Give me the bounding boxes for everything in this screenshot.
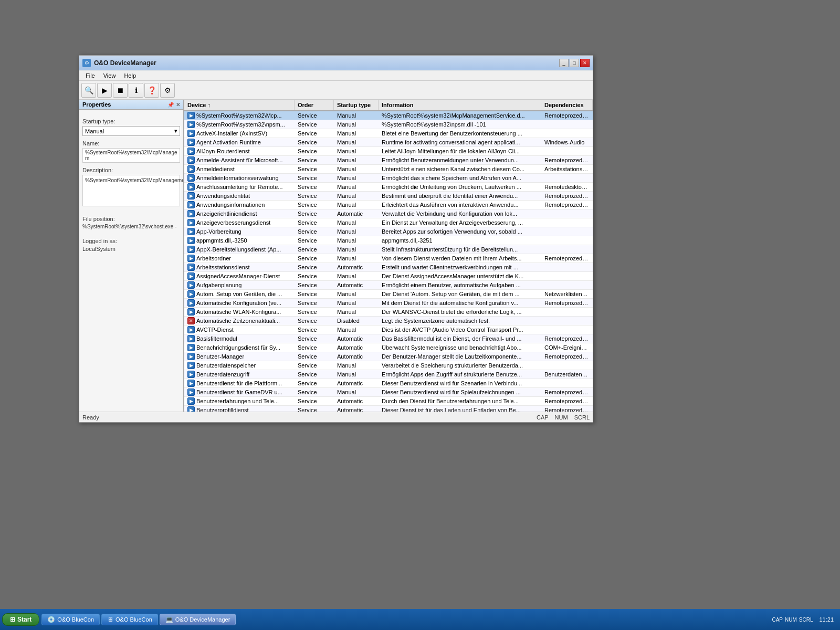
taskbar-item-2[interactable]: 💻 O&O DeviceManager	[160, 614, 236, 625]
table-row[interactable]: ▶ Anwendungsidentität Service Manual Bes…	[184, 192, 593, 201]
device-name: Aufgabenplanung	[196, 282, 242, 288]
table-row[interactable]: ▶ Anwendungsinformationen Service Manual…	[184, 201, 593, 209]
toolbar-button-1[interactable]: 🔍	[81, 83, 96, 98]
clock: 11:21	[815, 616, 838, 623]
table-row[interactable]: ✕ Automatische Zeitzonenaktuali... Servi…	[184, 317, 593, 326]
window-controls: _ □ ✕	[559, 59, 590, 67]
title-bar: ⚙ O&O DeviceManager _ □ ✕	[79, 56, 593, 70]
startup-cell: Manual	[334, 237, 379, 244]
taskbar-item-1[interactable]: 🖥 O&O BlueCon	[101, 614, 158, 625]
device-name: Anwendungsinformationen	[196, 202, 265, 208]
startup-cell: Automatic	[334, 353, 379, 360]
menu-help[interactable]: Help	[120, 71, 140, 80]
table-row[interactable]: ▶ Agent Activation Runtime Service Manua…	[184, 138, 593, 147]
minimize-button[interactable]: _	[559, 59, 569, 67]
deps-cell: Arbeitsstationsdienst	[541, 165, 593, 173]
table-row[interactable]: ▶ Arbeitsstationsdienst Service Automati…	[184, 263, 593, 272]
table-row[interactable]: ▶ Benachrichtigungsdienst für Sy... Serv…	[184, 343, 593, 352]
maximize-button[interactable]: □	[570, 59, 579, 67]
scrl-indicator: SCRL	[574, 414, 590, 421]
table-row[interactable]: ▶ Automatische Konfiguration (ve... Serv…	[184, 299, 593, 308]
info-cell: Der Benutzer-Manager stellt die Laufzeit…	[379, 353, 541, 360]
table-row[interactable]: ▶ Benutzerdatenspeicher Service Manual V…	[184, 361, 593, 370]
device-name: Anmeldedienst	[196, 166, 235, 172]
startup-cell: Automatic	[334, 344, 379, 351]
toolbar-button-5[interactable]: ❓	[144, 83, 159, 98]
table-row[interactable]: ▶ Anzeigeverbesserungsdienst Service Man…	[184, 218, 593, 227]
service-icon: ▶	[187, 148, 195, 155]
taskbar-item-0[interactable]: 💿 O&O BlueCon	[41, 614, 100, 625]
col-header-deps[interactable]: Dependencies	[541, 100, 593, 110]
table-row[interactable]: ▶ Automatische WLAN-Konfigura... Service…	[184, 308, 593, 317]
deps-cell	[541, 383, 593, 384]
cap-indicator-tb: CAP	[772, 617, 783, 623]
table-row[interactable]: ▶ AllJoyn-Routerdienst Service Manual Le…	[184, 147, 593, 156]
taskbar-item-icon-2: 💻	[165, 616, 173, 623]
table-row[interactable]: ▶ Benutzerdatenzugriff Service Manual Er…	[184, 370, 593, 379]
pin-icon[interactable]: 📌	[167, 102, 174, 108]
startup-cell: Manual	[334, 201, 379, 208]
table-row[interactable]: ▶ Aufgabenplanung Service Automatic Ermö…	[184, 281, 593, 290]
table-row[interactable]: ▶ Benutzerdienst für GameDVR u... Servic…	[184, 388, 593, 397]
logged-as-value: LocalSystem	[82, 246, 180, 252]
table-row[interactable]: ▶ Anschlussumleitung für Remote... Servi…	[184, 183, 593, 192]
menu-file[interactable]: File	[81, 71, 99, 80]
table-row[interactable]: ▶ Benutzerprofilldienst Service Automati…	[184, 406, 593, 412]
play-icon: ▶	[102, 86, 108, 94]
table-row[interactable]: ▶ AVCTP-Dienst Service Manual Dies ist d…	[184, 326, 593, 334]
device-name: App-Vorbereitung	[196, 228, 242, 235]
toolbar-button-4[interactable]: ℹ	[129, 83, 143, 98]
info-cell: Der Dienst 'Autom. Setup von Geräten, di…	[379, 290, 541, 298]
table-row[interactable]: ▶ Benutzer-Manager Service Automatic Der…	[184, 352, 593, 361]
close-button[interactable]: ✕	[580, 59, 590, 67]
order-cell: Service	[295, 308, 334, 316]
table-row[interactable]: ▶ Benutzerdienst für die Plattform... Se…	[184, 379, 593, 388]
info-cell: %SystemRoot%\system32\McpManagementServi…	[379, 112, 541, 119]
col-header-info[interactable]: Information	[379, 100, 541, 110]
table-row[interactable]: ▶ AssignedAccessManager-Dienst Service M…	[184, 272, 593, 281]
table-row[interactable]: ▶ App-Vorbereitung Service Manual Bereit…	[184, 227, 593, 236]
table-row[interactable]: ▶ Anmelde-Assistent für Microsoft... Ser…	[184, 156, 593, 165]
description-value: %SystemRoot%\system32\McpManagementServi…	[82, 175, 180, 206]
panel-close-icon[interactable]: ✕	[176, 102, 180, 108]
deps-cell	[541, 267, 593, 268]
deps-cell	[541, 133, 593, 134]
col-header-order[interactable]: Order	[295, 100, 334, 110]
table-row[interactable]: ▶ Anmeldedienst Service Manual Unterstüt…	[184, 165, 593, 174]
table-row[interactable]: ▶ Arbeitsordner Service Manual Von diese…	[184, 254, 593, 263]
app-icon: ⚙	[82, 59, 91, 67]
table-row[interactable]: ▶ Anzeigerichtliniendienst Service Autom…	[184, 209, 593, 218]
service-icon: ▶	[187, 326, 195, 333]
table-row[interactable]: ▶ Benutzererfahrungen und Tele... Servic…	[184, 397, 593, 406]
menu-view[interactable]: View	[99, 71, 120, 80]
table-row[interactable]: ▶ appmgmts.dll,-3250 Service Manual appm…	[184, 236, 593, 245]
info-cell: Legt die Systemzeitzone automatisch fest…	[379, 317, 541, 324]
table-row[interactable]: ▶ Basisfiltermodul Service Automatic Das…	[184, 334, 593, 343]
info-cell: %SystemRoot%\system32\npsm.dll -101	[379, 121, 541, 128]
start-button[interactable]: ⊞ Start	[2, 613, 39, 626]
order-cell: Service	[295, 201, 334, 208]
info-cell: Ermöglicht Apps den Zugriff auf struktur…	[379, 371, 541, 378]
device-name: AssignedAccessManager-Dienst	[196, 273, 280, 279]
toolbar-button-6[interactable]: ⚙	[160, 83, 175, 98]
order-cell: Service	[295, 290, 334, 298]
toolbar: 🔍 ▶ ⏹ ℹ ❓ ⚙	[79, 81, 593, 100]
toolbar-button-3[interactable]: ⏹	[113, 83, 128, 98]
table-row[interactable]: ▶ %SystemRoot%\system32\npsm... Service …	[184, 120, 593, 129]
deps-cell	[541, 231, 593, 232]
table-row[interactable]: ▶ ActiveX-Installer (AxInstSV) Service M…	[184, 129, 593, 138]
device-name: Arbeitsordner	[196, 255, 231, 261]
col-header-startup[interactable]: Startup type	[334, 100, 379, 110]
device-name: Anmeldeinformationsverwaltung	[196, 175, 279, 181]
table-row[interactable]: ▶ %SystemRoot%\system32\Mcp... Service M…	[184, 111, 593, 120]
startup-cell: Manual	[334, 174, 379, 182]
col-header-device[interactable]: Device ↑	[184, 100, 295, 110]
scrl-indicator-tb: SCRL	[799, 617, 813, 623]
deps-cell: Netzwerklistendienst	[541, 290, 593, 298]
table-row[interactable]: ▶ AppX-Bereitstellungsdienst (Ap... Serv…	[184, 245, 593, 254]
startup-type-dropdown[interactable]: Manual ▾	[82, 126, 180, 136]
table-row[interactable]: ▶ Autom. Setup von Geräten, die ... Serv…	[184, 290, 593, 299]
table-row[interactable]: ▶ Anmeldeinformationsverwaltung Service …	[184, 174, 593, 183]
toolbar-button-2[interactable]: ▶	[97, 83, 112, 98]
startup-cell: Manual	[334, 165, 379, 173]
